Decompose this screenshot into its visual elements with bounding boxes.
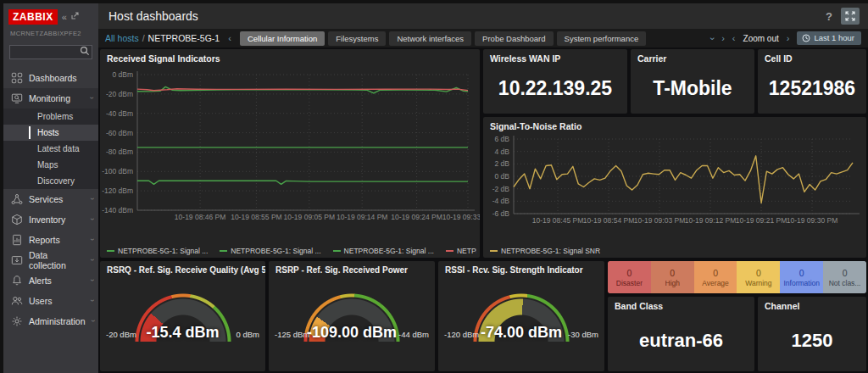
time-range-button[interactable]: Last 1 hour [797, 31, 861, 45]
legend-swatch [446, 250, 453, 252]
tab-probe-dashboard[interactable]: Probe Dashboard [475, 31, 553, 46]
data-collection-icon [11, 254, 23, 266]
zoom-out-button[interactable]: Zoom out [743, 34, 779, 43]
sidebar-item-label: Reports [29, 235, 60, 245]
chevron-up-icon: ‹ [88, 97, 96, 99]
chevron-down-icon: › [89, 320, 97, 322]
sidebar-subitem-discovery[interactable]: Discovery [3, 173, 98, 189]
widget-rssi-gauge: RSSI - Rcv. Sig. Strength Indicator-74.0… [438, 261, 604, 371]
svg-text:10-19 08:54 PM: 10-19 08:54 PM [583, 216, 634, 225]
widget-problem-severity: 0Disaster0High0Average0Warning0Informati… [608, 261, 866, 293]
reports-icon [11, 234, 23, 246]
wan-ip-value: 10.22.139.25 [483, 63, 627, 114]
severity-label: High [665, 279, 680, 287]
dashboard-toolbar: All hosts / NETPROBE-5G-1 ‹ Cellular Inf… [98, 29, 868, 47]
logo-row: ZABBIX « [3, 3, 98, 28]
legend-item: NETPROBE-5G-1: Signal ... [220, 247, 320, 255]
tab-filesystems[interactable]: Filesystems [328, 31, 386, 46]
svg-text:-80 dBm: -80 dBm [106, 148, 133, 156]
sidebar-item-inventory[interactable]: Inventory› [3, 209, 98, 230]
band-class-value: eutran-66 [608, 310, 754, 371]
severity-label: Warning [745, 279, 771, 287]
zabbix-logo[interactable]: ZABBIX [8, 9, 58, 25]
sidebar-item-users[interactable]: Users› [3, 291, 98, 311]
services-icon [11, 193, 23, 205]
chevron-down-icon: › [88, 218, 96, 220]
snr-legend: NETPROBE-5G-1: Signal SNR [490, 247, 863, 255]
tab-cellular-information[interactable]: Cellular Information [240, 31, 325, 46]
svg-text:10-19 08:45 PM: 10-19 08:45 PM [532, 216, 583, 225]
snr-chart: 6 dB4 dB2 dB0 dB-2 dB-4 dB-6 dB10-19 08:… [483, 132, 866, 231]
sidebar-item-monitoring[interactable]: Monitoring‹ [3, 88, 98, 109]
sidebar-item-alerts[interactable]: Alerts› [3, 270, 98, 291]
legend-item: NETPROBE-5G-1: Signal ... [107, 247, 208, 255]
tabs-scroll-left-icon[interactable]: ‹ [228, 34, 231, 43]
widget-title: RSSI - Rcv. Sig. Strength Indicator [438, 261, 604, 275]
sidebar-subitem-maps[interactable]: Maps [3, 157, 98, 173]
widget-title: RSRQ - Ref. Sig. Receive Quality (Avg 5m… [100, 261, 265, 275]
svg-text:0 dBm: 0 dBm [112, 70, 133, 79]
svg-text:-20 dBm: -20 dBm [106, 90, 133, 98]
received-chart-svg: 0 dBm-20 dBm-40 dBm-60 dBm-80 dBm-100 dB… [100, 64, 480, 229]
sidebar-menu: DashboardsMonitoring‹ProblemsHostsLatest… [3, 68, 98, 373]
kiosk-mode-button[interactable] [841, 8, 860, 25]
chevron-down-icon: › [88, 299, 96, 302]
monitoring-icon [11, 92, 23, 104]
chevron-down-icon: › [88, 198, 96, 200]
sidebar-item-dashboards[interactable]: Dashboards [3, 68, 98, 88]
chevron-down-icon: › [88, 238, 96, 241]
gauge-min-label: -120 dBm [444, 330, 479, 339]
chevron-down-icon: › [88, 279, 96, 281]
severity-cell-information: 0Information [780, 261, 823, 293]
widget-band-class: Band Class eutran-66 [608, 297, 754, 371]
page-title: Host dashboards [108, 9, 198, 23]
sidebar-item-label: Administration [29, 316, 86, 326]
app-window: ZABBIX « MCRNETZABBIXPFE2 DashboardsMoni… [0, 0, 868, 373]
help-icon[interactable]: ? [826, 10, 832, 23]
sidebar-subitem-hosts[interactable]: Hosts [3, 125, 98, 141]
svg-text:10-19 09:03 PM: 10-19 09:03 PM [634, 216, 685, 225]
gauge: -15.4 dBm-20 dBm0 dBm [100, 278, 265, 371]
sidebar-subitem-problems[interactable]: Problems [3, 109, 98, 125]
widget-title: Received Signal Indicators [100, 49, 480, 64]
svg-text:6 dB: 6 dB [495, 135, 510, 143]
widget-carrier: Carrier T-Mobile [631, 49, 754, 114]
svg-text:10-19 09:24 PM: 10-19 09:24 PM [391, 213, 442, 221]
severity-cell-warning: 0Warning [737, 261, 780, 293]
sidebar-item-administration[interactable]: Administration› [3, 311, 98, 331]
sidebar-item-reports[interactable]: Reports› [3, 230, 98, 250]
svg-text:10-19 08:55 PM: 10-19 08:55 PM [231, 213, 281, 221]
svg-text:10-19 09:12 PM: 10-19 09:12 PM [685, 216, 736, 225]
sidebar-subitem-latest-data[interactable]: Latest data [3, 141, 98, 157]
sidebar-item-data-collection[interactable]: Data collection› [3, 250, 98, 270]
severity-count: 0 [843, 268, 848, 278]
sidebar: ZABBIX « MCRNETZABBIXPFE2 DashboardsMoni… [3, 3, 98, 373]
legend-label: NETPROBE-5G-1: Signal ... [457, 247, 476, 255]
time-shift-forward-icon[interactable]: › [787, 34, 790, 43]
main-area: Host dashboards ? All hosts / NETPROBE-5… [98, 3, 868, 373]
tabs-list-icon[interactable]: › [708, 36, 717, 40]
svg-text:-2 dB: -2 dB [492, 185, 510, 193]
widget-title: RSRP - Ref. Sig. Received Power [269, 261, 435, 275]
tabs-scroll-right-icon[interactable]: › [721, 34, 725, 43]
legend-label: NETPROBE-5G-1: Signal ... [231, 247, 320, 255]
legend-swatch [220, 250, 227, 252]
legend-item: NETPROBE-5G-1: Signal ... [333, 247, 434, 255]
severity-count: 0 [670, 268, 675, 278]
tab-system-performance[interactable]: System performance [557, 31, 647, 46]
server-name: MCRNETZABBIXPFE2 [3, 28, 98, 42]
severity-label: Not clas... [829, 279, 861, 287]
sidebar-collapse-icon[interactable]: « [62, 12, 67, 22]
tab-network-interfaces[interactable]: Network interfaces [389, 31, 471, 46]
search-icon[interactable] [80, 44, 90, 59]
breadcrumb-separator: / [142, 33, 145, 43]
search-box [9, 42, 92, 59]
breadcrumb-all-hosts[interactable]: All hosts [105, 33, 139, 43]
sidebar-popout-icon[interactable] [70, 12, 79, 22]
received-signal-chart: 0 dBm-20 dBm-40 dBm-60 dBm-80 dBm-100 dB… [100, 64, 480, 229]
sidebar-item-services[interactable]: Services› [3, 189, 98, 209]
gauge-max-label: -44 dBm [398, 330, 429, 339]
svg-text:-100 dBm: -100 dBm [102, 167, 133, 175]
time-shift-back-icon[interactable]: ‹ [732, 34, 736, 43]
severity-label: Disaster [616, 279, 643, 287]
